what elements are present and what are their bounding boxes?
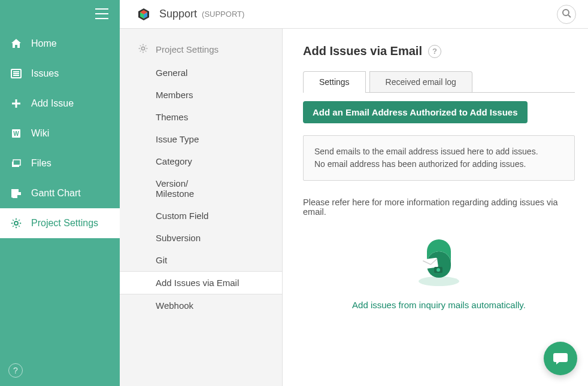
info-line-1: Send emails to the email address issued … — [314, 145, 563, 158]
project-code: (SUPPORT) — [202, 10, 244, 19]
settings-item-themes[interactable]: Themes — [120, 106, 282, 128]
settings-item-issue-type[interactable]: Issue Type — [120, 128, 282, 150]
home-icon — [10, 38, 23, 50]
search-icon — [562, 8, 571, 20]
auto-add-link[interactable]: Add issues from inquiry mails automatica… — [352, 300, 526, 310]
sidebar-item-project-settings[interactable]: Project Settings — [0, 208, 120, 238]
tabs: Settings Received email log — [303, 71, 575, 92]
project-name: Support — [159, 8, 197, 20]
main-sidebar: Home Issues Add Issue W Wiki Files Gantt… — [0, 0, 120, 386]
settings-header: Project Settings — [120, 43, 282, 62]
files-icon — [10, 157, 23, 169]
svg-rect-15 — [13, 193, 20, 194]
svg-point-23 — [563, 10, 569, 16]
settings-item-custom-field[interactable]: Custom Field — [120, 205, 282, 227]
main-content: Add Issues via Email ? Settings Received… — [283, 29, 588, 386]
search-button[interactable] — [557, 5, 576, 24]
info-note: Please refer here for more information r… — [303, 197, 575, 217]
settings-sidebar: Project Settings General Members Themes … — [120, 29, 283, 386]
wiki-icon: W — [10, 127, 23, 139]
sidebar-toggle[interactable] — [0, 0, 120, 29]
sidebar-item-label: Wiki — [31, 128, 49, 139]
tab-settings[interactable]: Settings — [303, 71, 366, 92]
svg-point-17 — [14, 221, 18, 225]
page-title: Add Issues via Email — [303, 44, 422, 58]
sidebar-item-label: Home — [31, 38, 57, 49]
svg-rect-12 — [13, 160, 20, 165]
help-icon: ? — [432, 47, 437, 56]
settings-item-category[interactable]: Category — [120, 150, 282, 172]
project-logo-icon — [137, 7, 151, 22]
settings-item-git[interactable]: Git — [120, 249, 282, 271]
sidebar-item-gantt[interactable]: Gantt Chart — [0, 178, 120, 208]
settings-item-members[interactable]: Members — [120, 84, 282, 106]
sidebar-item-home[interactable]: Home — [0, 29, 120, 59]
settings-item-general[interactable]: General — [120, 62, 282, 84]
settings-item-add-issues-email[interactable]: Add Issues via Email — [120, 271, 282, 294]
hamburger-icon — [95, 8, 109, 21]
svg-rect-16 — [13, 196, 17, 197]
gear-icon — [138, 43, 148, 56]
page-help-button[interactable]: ? — [428, 45, 441, 58]
sidebar-item-wiki[interactable]: W Wiki — [0, 118, 120, 148]
mailbox-icon — [410, 279, 468, 289]
sidebar-item-issues[interactable]: Issues — [0, 59, 120, 89]
settings-item-webhook[interactable]: Webhook — [120, 294, 282, 317]
svg-line-24 — [568, 15, 571, 17]
list-icon — [10, 68, 23, 80]
sidebar-item-label: Add Issue — [31, 98, 74, 109]
plus-icon — [10, 98, 23, 110]
help-icon: ? — [13, 366, 18, 375]
svg-point-26 — [419, 276, 459, 286]
page-title-row: Add Issues via Email ? — [303, 44, 575, 58]
sidebar-item-files[interactable]: Files — [0, 148, 120, 178]
add-email-button[interactable]: Add an Email Address Authorized to Add I… — [303, 101, 528, 123]
chat-icon — [552, 349, 569, 368]
tab-body: Add an Email Address Authorized to Add I… — [303, 92, 575, 310]
settings-header-label: Project Settings — [156, 44, 219, 54]
sidebar-item-label: Project Settings — [31, 218, 98, 229]
header-bar: Support (SUPPORT) — [120, 0, 588, 29]
gear-icon — [10, 217, 23, 229]
settings-item-version-milestone[interactable]: Version/ Milestone — [120, 172, 282, 205]
sidebar-item-label: Gantt Chart — [31, 188, 81, 199]
sidebar-item-add-issue[interactable]: Add Issue — [0, 89, 120, 118]
settings-item-subversion[interactable]: Subversion — [120, 227, 282, 249]
svg-point-25 — [141, 47, 144, 50]
sidebar-item-label: Files — [31, 158, 51, 169]
svg-text:W: W — [13, 130, 19, 137]
sidebar-item-label: Issues — [31, 68, 59, 79]
info-box: Send emails to the email address issued … — [303, 135, 575, 181]
info-line-2: No email address has been authorized for… — [314, 158, 563, 171]
chat-fab[interactable] — [544, 342, 577, 375]
svg-rect-14 — [13, 190, 18, 192]
svg-point-30 — [437, 268, 440, 272]
gantt-icon — [10, 187, 23, 199]
mailbox-illustration-wrap: Add issues from inquiry mails automatica… — [303, 230, 575, 310]
sidebar-help-button[interactable]: ? — [8, 363, 23, 378]
tab-received-email-log[interactable]: Received email log — [369, 71, 472, 92]
